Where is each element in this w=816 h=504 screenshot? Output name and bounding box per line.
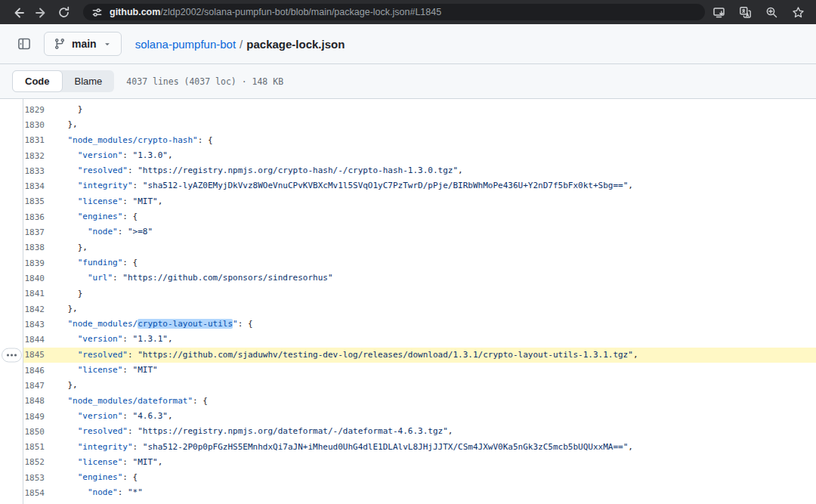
code-line-text: "resolved": "https://registry.npmjs.org/… bbox=[48, 163, 463, 178]
line-number[interactable]: 1832 bbox=[23, 151, 45, 161]
line-number[interactable]: 1840 bbox=[23, 274, 45, 283]
code-row: 1836 "engines": { bbox=[23, 209, 816, 224]
url-text: github.com/zldp2002/solana-pumpfun-bot/b… bbox=[110, 7, 441, 17]
line-number[interactable]: 1830 bbox=[23, 120, 45, 130]
code-line-text: "node": ">=8" bbox=[48, 224, 153, 240]
line-number[interactable]: 1847 bbox=[23, 381, 45, 391]
line-number[interactable]: 1854 bbox=[23, 488, 45, 498]
code-line-text: "integrity": "sha512-2P0p0pFGzHS5EMnhdxQ… bbox=[48, 440, 633, 455]
file-info: 4037 lines (4037 loc) · 148 KB bbox=[126, 76, 283, 87]
line-number[interactable]: 1839 bbox=[23, 258, 45, 268]
code-line-text: }, bbox=[48, 301, 78, 317]
chevron-down-icon bbox=[103, 39, 112, 48]
line-number[interactable]: 1852 bbox=[23, 457, 45, 467]
breadcrumb-separator: / bbox=[240, 38, 243, 51]
code-line-text: "node": "*" bbox=[48, 485, 143, 500]
code-row: 1829 } bbox=[23, 102, 816, 117]
line-number[interactable]: 1838 bbox=[23, 243, 45, 252]
bookmark-star-icon[interactable] bbox=[789, 3, 807, 21]
code-row: 1831 "node_modules/crypto-hash": { bbox=[23, 133, 816, 148]
code-line-text: "version": "1.3.0", bbox=[48, 148, 173, 163]
line-number[interactable]: 1841 bbox=[23, 289, 45, 298]
code-line-text: "node_modules/dateformat": { bbox=[48, 394, 208, 409]
forward-icon[interactable] bbox=[32, 3, 50, 21]
code-blame-switcher: Code Blame bbox=[12, 70, 114, 92]
code-line-text: "license": "MIT", bbox=[48, 194, 162, 209]
tab-code[interactable]: Code bbox=[12, 70, 63, 92]
code-row: 1843 "node_modules/crypto-layout-utils":… bbox=[23, 317, 816, 332]
line-number[interactable]: 1833 bbox=[23, 166, 45, 176]
line-number[interactable]: 1835 bbox=[23, 196, 45, 206]
code-row: 1853 "engines": { bbox=[23, 470, 816, 485]
code-row: 1839 "funding": { bbox=[23, 255, 816, 271]
line-number[interactable]: 1851 bbox=[23, 442, 45, 452]
file-tree-toggle-button[interactable] bbox=[12, 32, 36, 56]
code-row: 1846 "license": "MIT" bbox=[23, 363, 816, 378]
code-row: 1855 } bbox=[23, 501, 816, 504]
breadcrumb-filename: package-lock.json bbox=[246, 38, 345, 51]
code-row: 1840 "url": "https://github.com/sponsors… bbox=[23, 271, 816, 286]
reload-icon[interactable] bbox=[54, 3, 73, 21]
code-line-text: "license": "MIT", bbox=[48, 455, 162, 470]
line-number[interactable]: 1848 bbox=[23, 396, 45, 406]
code-row: 1830 }, bbox=[23, 117, 816, 132]
line-number[interactable]: 1831 bbox=[23, 135, 45, 145]
code-line-text: "resolved": "https://github.com/sjaduwhv… bbox=[48, 348, 638, 363]
code-lines: 1829 }1830 },1831 "node_modules/crypto-h… bbox=[23, 99, 816, 504]
file-header: main solana-pumpfun-bot/package-lock.jso… bbox=[0, 24, 816, 64]
code-row: 1849 "version": "4.6.3", bbox=[23, 409, 816, 424]
line-number[interactable]: 1845 bbox=[23, 350, 45, 360]
breadcrumb-repo-link[interactable]: solana-pumpfun-bot bbox=[135, 38, 236, 51]
code-line-text: } bbox=[48, 501, 82, 504]
breadcrumb: solana-pumpfun-bot/package-lock.json bbox=[135, 38, 345, 51]
line-number[interactable]: 1837 bbox=[23, 227, 45, 237]
line-number[interactable]: 1829 bbox=[23, 105, 45, 115]
code-row: 1834 "integrity": "sha512-lyAZ0EMyjDkVvz… bbox=[23, 178, 816, 193]
code-line-text: "resolved": "https://registry.npmjs.org/… bbox=[48, 424, 453, 439]
code-line-text: "node_modules/crypto-hash": { bbox=[48, 133, 213, 148]
code-line-text: "url": "https://github.com/sponsors/sind… bbox=[48, 271, 333, 286]
address-bar[interactable]: github.com/zldp2002/solana-pumpfun-bot/b… bbox=[83, 4, 705, 20]
code-line-text: "engines": { bbox=[48, 470, 138, 485]
line-number[interactable]: 1853 bbox=[23, 473, 45, 483]
tab-blame[interactable]: Blame bbox=[63, 70, 115, 92]
line-number[interactable]: 1836 bbox=[23, 212, 45, 222]
file-toolbar: Code Blame 4037 lines (4037 loc) · 148 K… bbox=[0, 64, 816, 99]
save-page-icon[interactable] bbox=[709, 3, 728, 21]
code-line-text: }, bbox=[48, 378, 78, 393]
line-number[interactable]: 1842 bbox=[23, 305, 45, 314]
code-line-text: "node_modules/crypto-layout-utils": { bbox=[48, 317, 253, 332]
line-number[interactable]: 1844 bbox=[23, 335, 45, 345]
code-line-text: "integrity": "sha512-lyAZ0EMyjDkVvz8WOeV… bbox=[48, 178, 633, 193]
code-line-text: }, bbox=[48, 240, 88, 255]
line-number[interactable]: 1846 bbox=[23, 366, 45, 376]
line-number[interactable]: 1849 bbox=[23, 412, 45, 422]
code-line-text: "engines": { bbox=[48, 209, 138, 224]
code-row: 1838 }, bbox=[23, 240, 816, 255]
url-path: /zldp2002/solana-pumpfun-bot/blob/main/p… bbox=[160, 7, 441, 17]
line-number[interactable]: 1850 bbox=[23, 427, 45, 437]
code-row: 1852 "license": "MIT", bbox=[23, 455, 816, 470]
code-line-text: "funding": { bbox=[48, 255, 138, 271]
code-line-text: "version": "4.6.3", bbox=[48, 409, 173, 424]
line-number[interactable]: 1843 bbox=[23, 320, 45, 329]
browser-toolbar: github.com/zldp2002/solana-pumpfun-bot/b… bbox=[0, 0, 816, 24]
back-icon[interactable] bbox=[9, 3, 27, 21]
site-settings-icon[interactable] bbox=[91, 7, 103, 18]
code-row: 1844 "version": "1.3.1", bbox=[23, 332, 816, 347]
branch-name: main bbox=[72, 38, 97, 50]
code-row: 1832 "version": "1.3.0", bbox=[23, 148, 816, 163]
code-row: 1850 "resolved": "https://registry.npmjs… bbox=[23, 424, 816, 439]
url-host: github.com bbox=[110, 7, 160, 17]
code-row: 1842 }, bbox=[23, 301, 816, 317]
translate-icon[interactable] bbox=[736, 3, 754, 21]
code-row: 1833 "resolved": "https://registry.npmjs… bbox=[23, 163, 816, 178]
code-line-text: }, bbox=[48, 117, 78, 132]
code-row: 1848 "node_modules/dateformat": { bbox=[23, 394, 816, 409]
code-line-text: } bbox=[48, 286, 82, 301]
line-number[interactable]: 1834 bbox=[23, 181, 45, 191]
branch-selector[interactable]: main bbox=[44, 32, 122, 56]
zoom-icon[interactable] bbox=[762, 3, 780, 21]
line-options-kebab-icon[interactable] bbox=[2, 348, 22, 362]
code-line-text: "version": "1.3.1", bbox=[48, 332, 173, 347]
